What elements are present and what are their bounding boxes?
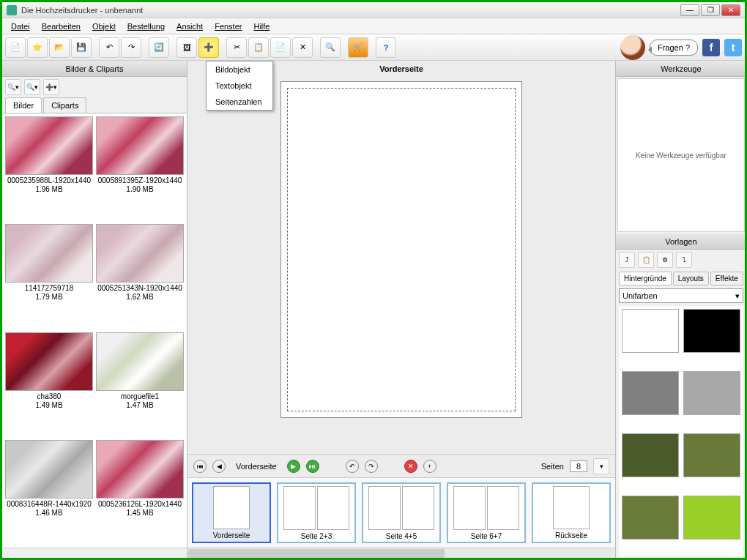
page-thumb-label: Seite 2+3 xyxy=(301,532,332,540)
page-thumb[interactable]: Seite 6+7 xyxy=(447,482,526,543)
page-thumb[interactable]: Rückseite xyxy=(532,482,611,543)
page-rotate-right[interactable]: ↷ xyxy=(365,460,378,473)
redo-button[interactable]: ↷ xyxy=(121,37,141,58)
thumbnail-item[interactable]: 0005236126L-1920x14401.45 MB xyxy=(96,440,184,545)
menu-hilfe[interactable]: Hilfe xyxy=(248,20,275,33)
thumbnail-image xyxy=(96,332,184,391)
maximize-button[interactable]: ❐ xyxy=(701,4,720,16)
nav-prev[interactable]: ◀ xyxy=(212,460,226,473)
save-button[interactable]: 💾 xyxy=(71,37,92,58)
page-add[interactable]: + xyxy=(423,460,436,473)
thumbnail-item[interactable]: 1141727597181.79 MB xyxy=(5,224,93,329)
thumbnail-item[interactable]: morguefile11.47 MB xyxy=(96,332,184,437)
thumbnail-caption: 0005235988L-1920x14401.96 MB xyxy=(7,176,91,194)
tmpl-tab-hintergruende[interactable]: Hintergründe xyxy=(619,272,672,285)
copy-button[interactable]: 📋 xyxy=(248,37,269,58)
thumbnail-item[interactable]: 0005251343N-1920x14401.62 MB xyxy=(96,224,184,329)
right-panel: Werkzeuge Keine Werkzeuge verfügbar Vorl… xyxy=(615,61,745,558)
cut-button[interactable]: ✂ xyxy=(226,37,247,58)
menu-fenster[interactable]: Fenster xyxy=(209,20,248,33)
tmpl-tab-layouts[interactable]: Layouts xyxy=(673,272,709,285)
page-thumb[interactable]: Seite 2+3 xyxy=(277,482,356,543)
menu-datei[interactable]: Datei xyxy=(5,20,36,33)
delete-button[interactable]: ✕ xyxy=(292,37,313,58)
color-swatch[interactable] xyxy=(622,371,679,415)
insert-dropdown: Bildobjekt Textobjekt Seitenzahlen xyxy=(206,61,273,111)
color-swatch[interactable] xyxy=(683,309,740,353)
left-tool-1[interactable]: 🔍▾ xyxy=(5,79,21,95)
insert-object-button[interactable]: ➕ xyxy=(198,37,219,58)
favorite-button[interactable]: ⭐ xyxy=(27,37,48,58)
thumbnail-item[interactable]: 0005891395Z-1920x14401.90 MB xyxy=(96,116,184,221)
new-button[interactable]: 📄 xyxy=(5,37,26,58)
minimize-button[interactable]: — xyxy=(680,4,699,16)
thumbnail-image xyxy=(5,224,93,283)
nav-first[interactable]: ⏮ xyxy=(193,460,207,473)
thumbnail-item[interactable]: 0005235988L-1920x14401.96 MB xyxy=(5,116,93,221)
left-tool-2[interactable]: 🔍▾ xyxy=(24,79,40,95)
zoom-button[interactable]: 🔍 xyxy=(320,37,341,58)
page-thumb[interactable]: Seite 4+5 xyxy=(362,482,441,543)
app-icon xyxy=(7,5,17,15)
dropdown-textobjekt[interactable]: Textobjekt xyxy=(207,78,272,94)
thumbnail-image xyxy=(5,332,93,391)
undo-button[interactable]: ↶ xyxy=(99,37,119,58)
color-swatch[interactable] xyxy=(622,496,679,540)
titlebar: Die Hochzeitsdrucker - unbenannt — ❐ ✕ xyxy=(2,2,745,18)
menubar: Datei Bearbeiten Objekt Bestellung Ansic… xyxy=(2,18,745,34)
thumbnail-caption: 0005891395Z-1920x14401.90 MB xyxy=(98,176,182,194)
color-category-combo[interactable]: Unifarben ▾ xyxy=(619,288,743,303)
page-thumb-label: Rückseite xyxy=(555,531,587,540)
page-canvas[interactable] xyxy=(280,81,522,418)
color-swatch[interactable] xyxy=(622,309,679,353)
color-swatch[interactable] xyxy=(683,433,740,477)
chevron-down-icon: ▾ xyxy=(735,291,740,301)
facebook-button[interactable]: f xyxy=(702,39,720,56)
open-button[interactable]: 📂 xyxy=(49,37,70,58)
tools-empty-message: Keine Werkzeuge verfügbar xyxy=(617,78,745,232)
dropdown-seitenzahlen[interactable]: Seitenzahlen xyxy=(207,94,272,110)
current-page-label: Vorderseite xyxy=(236,462,277,471)
paste-button[interactable]: 📄 xyxy=(270,37,291,58)
nav-next[interactable]: ▶ xyxy=(287,460,300,473)
seiten-more[interactable]: ▾ xyxy=(593,458,609,474)
center-panel: Vorderseite ⏮ ◀ Vorderseite ▶ ⏭ ↶ ↷ ✕ + … xyxy=(187,61,615,558)
twitter-button[interactable]: t xyxy=(724,39,742,56)
tmpl-tool-4[interactable]: ⤵ xyxy=(676,252,692,268)
tmpl-tool-2[interactable]: 📋 xyxy=(638,252,654,268)
tab-cliparts[interactable]: Cliparts xyxy=(43,97,86,113)
color-swatch[interactable] xyxy=(622,433,679,477)
close-button[interactable]: ✕ xyxy=(721,4,740,16)
help-button[interactable]: ? xyxy=(376,37,396,58)
color-swatch[interactable] xyxy=(683,371,740,415)
tab-bilder[interactable]: Bilder xyxy=(5,97,42,113)
color-swatch[interactable] xyxy=(683,496,740,540)
menu-ansicht[interactable]: Ansicht xyxy=(171,20,209,33)
toolbar: 📄 ⭐ 📂 💾 ↶ ↷ 🔄 🖼 ➕ ✂ 📋 📄 ✕ 🔍 🛒 ? Fragen ?… xyxy=(2,34,745,61)
refresh-button[interactable]: 🔄 xyxy=(149,37,169,58)
menu-bestellung[interactable]: Bestellung xyxy=(122,20,171,33)
combo-value: Unifarben xyxy=(622,291,658,300)
pages-scrollbar[interactable] xyxy=(187,548,615,558)
nav-last[interactable]: ⏭ xyxy=(306,460,319,473)
thumbnail-item[interactable]: cha3801.49 MB xyxy=(5,332,93,437)
seiten-count: 8 xyxy=(570,460,587,472)
left-tool-3[interactable]: ➕▾ xyxy=(43,79,59,95)
tmpl-tool-1[interactable]: ⤴ xyxy=(619,252,635,268)
tools-header: Werkzeuge xyxy=(616,61,745,77)
thumbnail-image xyxy=(5,116,93,175)
dropdown-bildobjekt[interactable]: Bildobjekt xyxy=(207,61,272,78)
cart-button[interactable]: 🛒 xyxy=(348,37,368,58)
page-thumb[interactable]: Vorderseite xyxy=(192,482,271,543)
tmpl-tab-effekte[interactable]: Effekte xyxy=(710,272,743,285)
menu-objekt[interactable]: Objekt xyxy=(86,20,122,33)
assistant-speech[interactable]: Fragen ? xyxy=(650,40,698,56)
assistant-avatar[interactable] xyxy=(620,35,645,60)
image-button[interactable]: 🖼 xyxy=(176,37,197,58)
thumbnail-item[interactable]: 0008316448R-1440x19201.46 MB xyxy=(5,440,93,545)
page-rotate-left[interactable]: ↶ xyxy=(346,460,359,473)
menu-bearbeiten[interactable]: Bearbeiten xyxy=(36,20,86,33)
tmpl-tool-3[interactable]: ⚙ xyxy=(657,252,673,268)
page-delete[interactable]: ✕ xyxy=(404,460,417,473)
thumbnail-image xyxy=(5,440,93,499)
